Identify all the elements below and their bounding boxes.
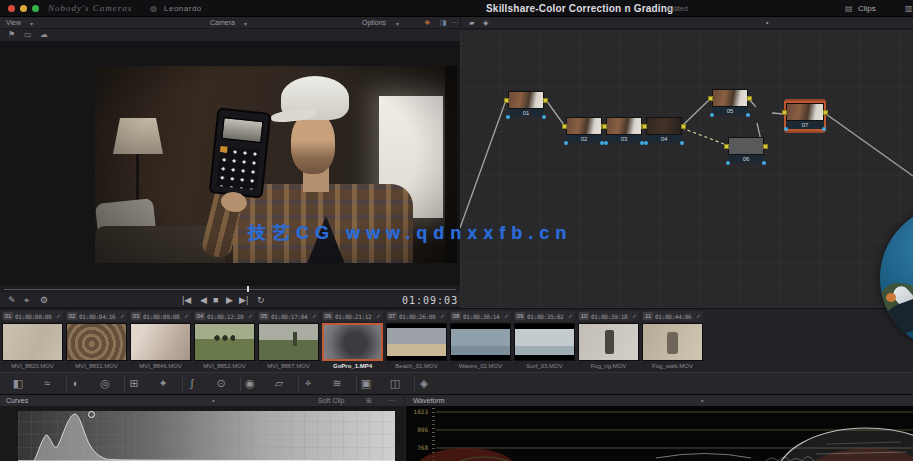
node-label: 05 xyxy=(712,107,748,115)
curves-more-icon[interactable]: ⋯ xyxy=(388,397,395,405)
tracker-icon[interactable]: ⌖ xyxy=(300,377,316,390)
node-04[interactable]: 04 xyxy=(646,117,682,143)
play-button[interactable]: ▶ xyxy=(226,295,233,305)
clip-03[interactable]: 0301:00:09:08✓ MVI_8846.MOV xyxy=(130,309,191,373)
blur-icon[interactable]: ≋ xyxy=(329,377,345,390)
node-02[interactable]: 02 xyxy=(566,117,602,143)
node-graph-panel[interactable]: 01 02 03 04 05 xyxy=(460,30,913,308)
viewer-panel xyxy=(0,41,460,286)
clip-08[interactable]: 0801:00:30:14✓ Waves_02.MOV xyxy=(450,309,511,373)
soft-clip-button[interactable]: Soft Clip xyxy=(318,397,344,404)
clip-07[interactable]: 0701:00:26:00✓ Beach_01.MOV xyxy=(386,309,447,373)
curve-control-point[interactable] xyxy=(88,411,95,418)
source-caret-icon[interactable]: ▾ xyxy=(244,20,247,27)
curves-icon[interactable]: ʃ xyxy=(184,377,200,389)
power-window-icon[interactable]: ▱ xyxy=(271,377,287,390)
color-match-icon[interactable]: ≈ xyxy=(39,377,55,389)
clip-10[interactable]: 1001:00:39:18✓ Fog_rig.MOV xyxy=(578,309,639,373)
clip-09[interactable]: 0901:00:35:02✓ Surf_03.MOV xyxy=(514,309,575,373)
node-input-connector[interactable] xyxy=(504,98,509,103)
hdr-grade-icon[interactable]: ◎ xyxy=(97,377,113,390)
node-01[interactable]: 01 xyxy=(508,91,544,117)
close-window-button[interactable] xyxy=(8,5,15,12)
nodes-panel-icon[interactable]: ▥ xyxy=(905,4,913,13)
curves-panel[interactable] xyxy=(0,406,404,461)
clip-thumbnail[interactable] xyxy=(66,323,127,361)
sizing-icon[interactable]: ◫ xyxy=(387,377,403,390)
viewer-header: View ▾ Camera ▾ Options ▾ ❖ ◨ ⋯ xyxy=(0,17,460,29)
document-status: Edited xyxy=(668,5,688,12)
clip-thumbnail[interactable] xyxy=(258,323,319,361)
stop-button[interactable]: ■ xyxy=(213,295,218,305)
scope-title[interactable]: Waveform xyxy=(413,397,445,404)
grid-icon[interactable]: ⊞ xyxy=(366,397,372,405)
rgb-mixer-icon[interactable]: ⊞ xyxy=(126,377,142,390)
go-to-end-button[interactable]: ▶| xyxy=(239,295,248,305)
view-dropdown[interactable]: View xyxy=(6,19,21,26)
clip-01[interactable]: 0101:00:00:00✓ MVI_8820.MOV xyxy=(2,309,63,373)
clip-thumbnail[interactable] xyxy=(514,323,575,361)
clip-thumbnail[interactable] xyxy=(2,323,63,361)
scope-header-dot: • xyxy=(701,397,703,404)
node-06[interactable]: 06 xyxy=(728,137,764,163)
more-options-icon[interactable]: ⋯ xyxy=(452,19,459,27)
camera-raw-icon[interactable]: ◧ xyxy=(10,377,26,390)
motion-effects-icon[interactable]: ✦ xyxy=(155,377,171,390)
color-warper-icon[interactable]: ⊙ xyxy=(213,377,229,390)
settings-gear-icon[interactable]: ⚙ xyxy=(40,295,48,305)
curves-graph[interactable] xyxy=(18,411,395,461)
draw-tool-icon[interactable]: ✎ xyxy=(8,295,16,305)
clip-thumbnail[interactable] xyxy=(386,323,447,361)
minimize-window-button[interactable] xyxy=(20,5,27,12)
watermark-text: 技艺CG www.qdnxxfb.cn xyxy=(248,221,572,245)
clip-06-selected[interactable]: 0601:00:21:12✓ GoPro_1.MP4 xyxy=(322,309,383,373)
clip-02[interactable]: 0201:00:04:16✓ MVI_8831.MOV xyxy=(66,309,127,373)
node-output-connector[interactable] xyxy=(543,98,548,103)
bin-label[interactable]: Leonardo xyxy=(164,4,202,13)
options-dropdown[interactable]: Options xyxy=(362,19,386,26)
clip-thumbnail[interactable] xyxy=(642,323,703,361)
palette-icon[interactable]: ❖ xyxy=(424,19,430,27)
zoom-window-button[interactable] xyxy=(32,5,39,12)
palette-toolbar: ◧ ≈ ◐ ◎ ⊞ ✦ ʃ ⊙ ◉ ▱ ⌖ ≋ ▣ ◫ ◈ xyxy=(0,372,913,394)
clip-thumbnail[interactable] xyxy=(450,323,511,361)
picker-tool-icon[interactable]: ⌖ xyxy=(24,295,29,306)
node-03[interactable]: 03 xyxy=(606,117,642,143)
source-dropdown[interactable]: Camera xyxy=(210,19,235,26)
clip-04[interactable]: 0401:00:12:20✓ MVI_8852.MOV xyxy=(194,309,255,373)
curves-title[interactable]: Curves xyxy=(6,397,28,404)
step-back-button[interactable]: ◀ xyxy=(200,295,207,305)
waveform-scope[interactable]: 1023 896 768 xyxy=(406,406,913,461)
title-bar: Nobody's Cameras ◍ Leonardo Skillshare-C… xyxy=(0,0,913,17)
stereo-3d-icon[interactable]: ◈ xyxy=(416,377,432,390)
display-icon[interactable]: ▭ xyxy=(24,30,32,39)
go-to-start-button[interactable]: |◀ xyxy=(182,295,191,305)
clips-panel-icon[interactable]: ▤ xyxy=(845,4,853,13)
clip-thumbnail[interactable] xyxy=(322,323,383,361)
options-caret-icon[interactable]: ▾ xyxy=(396,20,399,27)
clip-thumbnail[interactable] xyxy=(194,323,255,361)
clip-11[interactable]: 1101:00:44:06✓ Fog_walk.MOV xyxy=(642,309,703,373)
snapshot-icon[interactable]: ◨ xyxy=(440,19,447,27)
clips-panel-button[interactable]: Clips xyxy=(858,4,876,13)
node-07-selected[interactable]: 07 xyxy=(784,101,826,131)
clip-05[interactable]: 0501:00:17:04✓ MVI_8867.MOV xyxy=(258,309,319,373)
key-icon[interactable]: ▣ xyxy=(358,377,374,390)
color-wheels-icon[interactable]: ◐ xyxy=(68,377,84,389)
node-05[interactable]: 05 xyxy=(712,89,748,115)
view-caret-icon[interactable]: ▾ xyxy=(30,20,33,27)
viewer-toolbar: ⚑ ▭ ☁ xyxy=(0,29,460,41)
node-wires xyxy=(460,30,913,308)
tag-icon[interactable]: ◈ xyxy=(483,19,488,27)
flag-icon[interactable]: ⚑ xyxy=(8,30,15,39)
lut-icon[interactable]: ▰ xyxy=(469,19,474,27)
cloud-icon[interactable]: ☁ xyxy=(40,30,48,39)
node-editor-header: ▰ ◈ • xyxy=(460,17,913,29)
luma-histogram xyxy=(18,411,395,461)
qualifier-icon[interactable]: ◉ xyxy=(242,377,258,390)
clip-thumbnail[interactable] xyxy=(578,323,639,361)
clip-thumbnail[interactable] xyxy=(130,323,191,361)
loop-button[interactable]: ↻ xyxy=(257,295,265,305)
node-label: 03 xyxy=(606,135,642,143)
node-label: 01 xyxy=(508,109,544,117)
